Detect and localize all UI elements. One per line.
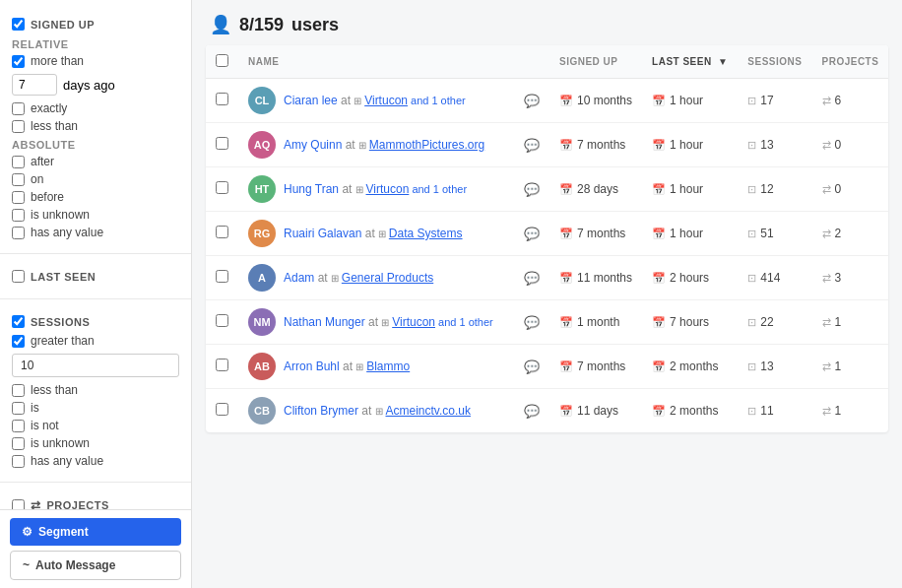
calendar-icon: 📅 — [652, 95, 666, 107]
company-link[interactable]: Virtucon — [392, 315, 435, 329]
avatar: AB — [248, 353, 276, 380]
company-link[interactable]: Virtucon — [364, 94, 408, 107]
row-signed-up-cell: 📅28 days — [549, 167, 642, 212]
row-last-seen-cell: 📅7 hours — [642, 300, 738, 345]
row-last-seen-cell: 📅1 hour — [642, 212, 738, 256]
table-row: HTHung Tran at ⊞ Virtucon and 1 other💬📅2… — [206, 167, 888, 212]
chat-icon[interactable]: 💬 — [524, 271, 540, 286]
and-other-link[interactable]: and 1 other — [435, 316, 493, 328]
chat-icon[interactable]: 💬 — [524, 94, 540, 108]
and-other-link[interactable]: and 1 other — [409, 183, 467, 195]
last-seen-value: 2 hours — [670, 271, 709, 285]
avatar: CL — [248, 87, 276, 114]
sessions-is-not-checkbox[interactable] — [12, 420, 25, 432]
sessions-value: 414 — [760, 271, 780, 285]
row-checkbox[interactable] — [216, 226, 228, 238]
exactly-checkbox[interactable] — [12, 102, 25, 115]
sessions-has-any-label: has any value — [31, 454, 103, 468]
segment-button[interactable]: ⚙ Segment — [10, 518, 181, 546]
sessions-is-unknown-checkbox[interactable] — [12, 437, 25, 450]
days-ago-input[interactable]: 7 — [12, 74, 57, 96]
row-last-seen-cell: 📅1 hour — [642, 79, 738, 123]
calendar-icon: 📅 — [652, 272, 666, 285]
row-checkbox[interactable] — [216, 270, 228, 283]
row-checkbox[interactable] — [216, 403, 228, 416]
row-checkbox-cell — [206, 79, 238, 123]
sessions-icon: ⊡ — [747, 139, 756, 152]
row-checkbox[interactable] — [216, 137, 228, 150]
avatar: CB — [248, 397, 276, 425]
page-title: 8/159 users — [239, 15, 339, 35]
row-checkbox[interactable] — [216, 181, 228, 194]
is-unknown-checkbox[interactable] — [12, 209, 25, 222]
main-content: 👤 8/159 users NAME SIGNED UP LAST SEEN ▼… — [192, 0, 902, 588]
row-checkbox[interactable] — [216, 359, 228, 371]
company-link[interactable]: General Products — [342, 271, 433, 285]
company-link[interactable]: Data Systems — [389, 227, 463, 240]
projects-value: 0 — [835, 138, 842, 152]
more-than-checkbox[interactable] — [12, 55, 25, 68]
user-name-link[interactable]: Arron Buhl — [284, 359, 340, 373]
chat-icon[interactable]: 💬 — [524, 138, 540, 153]
user-total: 159 — [254, 15, 284, 34]
row-sessions-cell: ⊡11 — [738, 389, 811, 433]
chat-icon[interactable]: 💬 — [524, 404, 540, 419]
projects-value: 2 — [835, 227, 842, 240]
table-row: ABArron Buhl at ⊞ Blammo💬📅7 months📅2 mon… — [206, 345, 888, 389]
after-checkbox[interactable] — [12, 156, 25, 168]
less-than-checkbox[interactable] — [12, 120, 25, 133]
row-sessions-cell: ⊡13 — [738, 345, 811, 389]
row-checkbox-cell — [206, 256, 238, 300]
row-sessions-cell: ⊡51 — [738, 212, 811, 256]
table-body: CLCiaran lee at ⊞ Virtucon and 1 other💬📅… — [206, 79, 888, 433]
on-checkbox[interactable] — [12, 173, 25, 186]
row-chat-cell: 💬 — [514, 345, 549, 389]
row-signed-up-cell: 📅7 months — [549, 345, 642, 389]
chat-icon[interactable]: 💬 — [524, 315, 540, 330]
company-link[interactable]: Acmeinctv.co.uk — [385, 404, 470, 418]
before-checkbox[interactable] — [12, 191, 25, 204]
user-name-link[interactable]: Ruairi Galavan — [284, 227, 361, 240]
calendar-icon: 📅 — [652, 405, 666, 418]
sessions-is-checkbox[interactable] — [12, 402, 25, 415]
main-header: 👤 8/159 users — [192, 0, 902, 45]
sessions-less-than-checkbox[interactable] — [12, 384, 25, 397]
user-name-link[interactable]: Clifton Brymer — [284, 404, 358, 418]
and-other-link[interactable]: and 1 other — [408, 95, 466, 106]
company-link[interactable]: Virtucon — [366, 182, 410, 196]
auto-message-button[interactable]: ~ Auto Message — [10, 551, 181, 580]
signed-up-value: 11 days — [577, 404, 618, 418]
at-text: at — [340, 359, 356, 373]
avatar: RG — [248, 220, 276, 247]
sessions-has-any-checkbox[interactable] — [12, 455, 25, 468]
user-name-link[interactable]: Nathan Munger — [284, 315, 365, 329]
company-icon: ⊞ — [378, 229, 389, 239]
user-name-link[interactable]: Amy Quinn — [284, 138, 342, 152]
row-checkbox[interactable] — [216, 314, 228, 327]
chat-icon[interactable]: 💬 — [524, 359, 540, 374]
user-count: 8 — [239, 15, 249, 34]
user-name-link[interactable]: Adam — [284, 271, 314, 285]
row-checkbox[interactable] — [216, 93, 228, 105]
sessions-value: 13 — [760, 359, 773, 373]
has-any-value-checkbox[interactable] — [12, 227, 25, 239]
sessions-icon: ⊡ — [747, 228, 756, 240]
select-all-checkbox[interactable] — [216, 54, 228, 67]
company-link[interactable]: Blammo — [366, 359, 410, 373]
chat-icon[interactable]: 💬 — [524, 182, 540, 197]
sessions-checkbox[interactable] — [12, 315, 25, 328]
calendar-icon: 📅 — [559, 95, 573, 107]
company-link[interactable]: MammothPictures.org — [369, 138, 484, 152]
calendar-icon: 📅 — [652, 139, 666, 152]
chat-icon[interactable]: 💬 — [524, 227, 540, 241]
sessions-input[interactable]: 10 — [12, 354, 179, 377]
avatar: NM — [248, 308, 276, 336]
signed-up-checkbox[interactable] — [12, 18, 25, 31]
row-last-seen-cell: 📅1 hour — [642, 167, 738, 212]
user-name-link[interactable]: Hung Tran — [284, 182, 339, 196]
user-name-link[interactable]: Ciaran lee — [284, 94, 338, 107]
projects-icon: ⇄ — [822, 95, 831, 107]
sessions-greater-than-checkbox[interactable] — [12, 335, 25, 348]
company-icon: ⊞ — [355, 184, 366, 195]
last-seen-checkbox[interactable] — [12, 270, 25, 283]
